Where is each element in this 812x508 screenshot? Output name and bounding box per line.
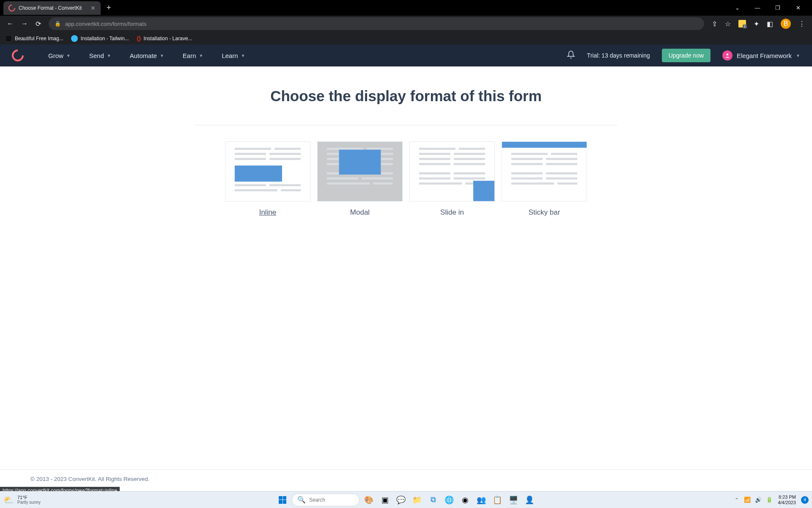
format-label: Slide in	[409, 208, 495, 217]
notification-badge[interactable]: 4	[801, 496, 809, 504]
clock-time: 8:23 PM	[778, 494, 796, 500]
chevron-down-icon: ▼	[66, 53, 71, 58]
star-icon[interactable]: ☆	[725, 20, 731, 28]
chevron-down-icon: ▼	[796, 53, 800, 58]
weather-icon: ⛅	[3, 495, 14, 505]
upgrade-button[interactable]: Upgrade now	[662, 49, 710, 62]
footer: © 2013 - 2023 ConvertKit. All Rights Res…	[0, 469, 812, 488]
format-inline[interactable]: Inline	[225, 141, 310, 217]
battery-icon[interactable]: 🔋	[766, 497, 773, 503]
nav-automate[interactable]: Automate▼	[130, 52, 164, 59]
nav-send[interactable]: Send▼	[89, 52, 111, 59]
maximize-icon[interactable]: ❐	[771, 5, 784, 11]
bookmark-unsplash[interactable]: Beautiful Free Imag...	[5, 35, 63, 42]
taskbar-app-paint[interactable]: 🎨	[362, 493, 376, 507]
tray-chevron-icon[interactable]: ⌃	[735, 497, 739, 503]
user-name: Elegant Framework	[737, 52, 792, 59]
page-title: Choose the display format of this form	[0, 88, 812, 105]
taskbar-app-chat[interactable]: 💬	[394, 493, 408, 507]
extensions-icon[interactable]: ✦	[754, 20, 759, 28]
app-header: Grow▼ Send▼ Automate▼ Earn▼ Learn▼ Trial…	[0, 44, 812, 66]
extension-badge[interactable]	[738, 20, 746, 28]
nav-label: Learn	[222, 52, 238, 59]
taskbar-app-github[interactable]: ◉	[458, 493, 472, 507]
sidepanel-icon[interactable]: ◧	[767, 20, 773, 28]
reload-button[interactable]: ⟳	[36, 20, 41, 28]
minimize-icon[interactable]: —	[751, 5, 764, 11]
volume-icon[interactable]: 🔊	[755, 497, 762, 503]
format-label: Inline	[225, 208, 310, 217]
format-stickybar[interactable]: Sticky bar	[502, 141, 587, 217]
back-button[interactable]: ←	[7, 20, 14, 28]
taskbar-app-explorer[interactable]: 📁	[410, 493, 424, 507]
tab-search-icon[interactable]: ⌄	[731, 5, 743, 11]
forward-button[interactable]: →	[21, 20, 28, 28]
laravel-icon: ⟨⟩	[137, 35, 141, 42]
taskbar-weather[interactable]: ⛅ 71°F Partly sunny	[3, 495, 41, 505]
taskbar-app-notes[interactable]: 📋	[491, 493, 504, 507]
close-tab-icon[interactable]: ✕	[91, 5, 96, 11]
format-inline-preview	[225, 141, 310, 202]
tailwind-icon	[71, 35, 78, 42]
wifi-icon[interactable]: 📶	[744, 497, 751, 503]
clock-date: 4/4/2023	[778, 500, 796, 505]
format-stickybar-preview	[502, 141, 587, 202]
nav-label: Grow	[48, 52, 63, 59]
weather-cond: Partly sunny	[17, 500, 41, 505]
url-text: app.convertkit.com/forms/formats	[65, 21, 146, 27]
taskbar-app-monitor[interactable]: 🖥️	[507, 493, 520, 507]
svg-point-0	[727, 53, 729, 55]
chevron-down-icon: ▼	[107, 53, 111, 58]
format-options: Inline Modal	[0, 141, 812, 217]
taskbar-app-people[interactable]: 👤	[523, 493, 536, 507]
format-slidein[interactable]: Slide in	[409, 141, 495, 217]
share-icon[interactable]: ⇪	[712, 20, 717, 28]
nav-label: Automate	[130, 52, 157, 59]
chevron-down-icon: ▼	[241, 53, 245, 58]
user-avatar-icon	[722, 50, 732, 61]
format-label: Modal	[317, 208, 403, 217]
chrome-menu-icon[interactable]: ⋮	[798, 20, 805, 28]
address-bar-row: ← → ⟳ 🔒 app.convertkit.com/forms/formats…	[0, 16, 812, 32]
taskbar-app-chrome[interactable]: 🌐	[442, 493, 456, 507]
start-button[interactable]	[276, 493, 289, 507]
unsplash-icon	[5, 35, 12, 42]
convertkit-logo[interactable]	[9, 47, 26, 64]
address-bar[interactable]: 🔒 app.convertkit.com/forms/formats	[49, 17, 704, 30]
profile-avatar[interactable]: B	[781, 19, 791, 29]
taskbar-app-taskview[interactable]: ▣	[378, 493, 392, 507]
taskbar-search[interactable]: 🔍	[292, 494, 359, 506]
format-slidein-preview	[409, 141, 495, 202]
bookmark-laravel[interactable]: ⟨⟩ Installation - Larave...	[137, 35, 192, 42]
user-menu[interactable]: Elegant Framework ▼	[722, 50, 800, 61]
taskbar-app-vscode[interactable]: ⧉	[426, 493, 440, 507]
format-modal[interactable]: Modal	[317, 141, 403, 217]
search-input[interactable]	[309, 497, 354, 503]
taskbar-clock[interactable]: 8:23 PM 4/4/2023	[778, 494, 796, 505]
format-modal-preview	[317, 141, 403, 202]
trial-text: Trial: 13 days remaining	[587, 52, 650, 59]
taskbar: ⛅ 71°F Partly sunny 🔍 🎨 ▣ 💬 📁 ⧉ 🌐 ◉ 👥 📋 …	[0, 491, 812, 508]
nav-label: Send	[89, 52, 104, 59]
chevron-down-icon: ▼	[160, 53, 164, 58]
divider	[195, 125, 617, 125]
lock-icon: 🔒	[55, 21, 61, 27]
bookmark-tailwind[interactable]: Installation - Tailwin...	[71, 35, 129, 42]
chevron-down-icon: ▼	[199, 53, 203, 58]
nav-learn[interactable]: Learn▼	[222, 52, 245, 59]
bell-icon[interactable]	[567, 50, 575, 61]
footer-text: © 2013 - 2023 ConvertKit. All Rights Res…	[30, 476, 150, 482]
main-content: Choose the display format of this form I…	[0, 66, 812, 217]
bookmark-label: Installation - Larave...	[144, 36, 192, 41]
format-label: Sticky bar	[502, 208, 587, 217]
browser-tab[interactable]: Choose Format - ConvertKit ✕	[3, 1, 101, 15]
nav-earn[interactable]: Earn▼	[183, 52, 203, 59]
new-tab-button[interactable]: +	[107, 3, 111, 12]
nav-grow[interactable]: Grow▼	[48, 52, 71, 59]
taskbar-app-teams[interactable]: 👥	[475, 493, 488, 507]
bookmark-bar: Beautiful Free Imag... Installation - Ta…	[0, 32, 812, 44]
close-window-icon[interactable]: ✕	[792, 5, 804, 11]
bookmark-label: Installation - Tailwin...	[81, 36, 129, 41]
search-icon: 🔍	[297, 496, 306, 504]
tab-title: Choose Format - ConvertKit	[19, 5, 87, 11]
